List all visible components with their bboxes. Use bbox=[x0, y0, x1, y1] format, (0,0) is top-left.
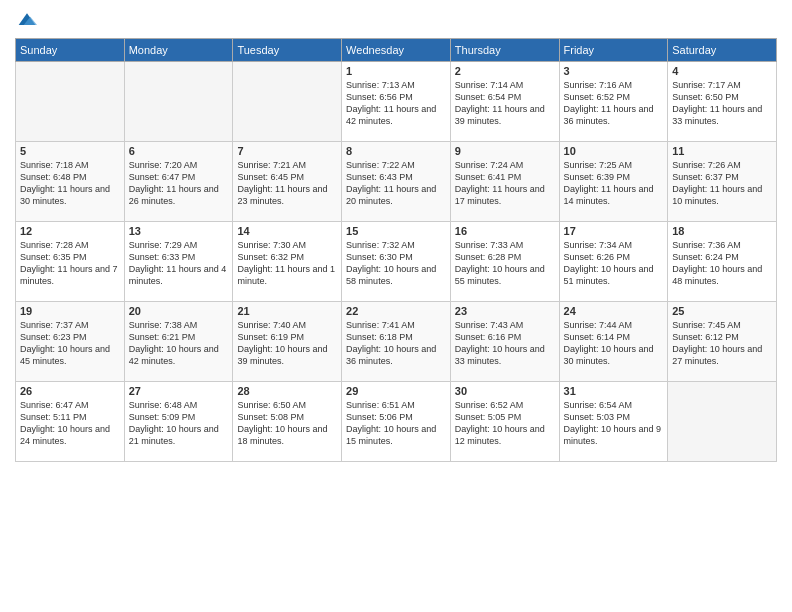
calendar-cell: 28Sunrise: 6:50 AMSunset: 5:08 PMDayligh… bbox=[233, 382, 342, 462]
day-info: Sunrise: 6:47 AMSunset: 5:11 PMDaylight:… bbox=[20, 399, 120, 448]
calendar-cell: 27Sunrise: 6:48 AMSunset: 5:09 PMDayligh… bbox=[124, 382, 233, 462]
day-number: 16 bbox=[455, 225, 555, 237]
day-info: Sunrise: 6:52 AMSunset: 5:05 PMDaylight:… bbox=[455, 399, 555, 448]
day-info: Sunrise: 7:33 AMSunset: 6:28 PMDaylight:… bbox=[455, 239, 555, 288]
calendar-cell: 22Sunrise: 7:41 AMSunset: 6:18 PMDayligh… bbox=[342, 302, 451, 382]
calendar-cell: 31Sunrise: 6:54 AMSunset: 5:03 PMDayligh… bbox=[559, 382, 668, 462]
day-number: 8 bbox=[346, 145, 446, 157]
day-number: 19 bbox=[20, 305, 120, 317]
calendar-cell: 1Sunrise: 7:13 AMSunset: 6:56 PMDaylight… bbox=[342, 62, 451, 142]
calendar-cell: 17Sunrise: 7:34 AMSunset: 6:26 PMDayligh… bbox=[559, 222, 668, 302]
day-info: Sunrise: 6:54 AMSunset: 5:03 PMDaylight:… bbox=[564, 399, 664, 448]
day-info: Sunrise: 7:16 AMSunset: 6:52 PMDaylight:… bbox=[564, 79, 664, 128]
day-number: 26 bbox=[20, 385, 120, 397]
day-number: 11 bbox=[672, 145, 772, 157]
day-info: Sunrise: 7:29 AMSunset: 6:33 PMDaylight:… bbox=[129, 239, 229, 288]
week-row-2: 5Sunrise: 7:18 AMSunset: 6:48 PMDaylight… bbox=[16, 142, 777, 222]
weekday-header-row: SundayMondayTuesdayWednesdayThursdayFrid… bbox=[16, 39, 777, 62]
day-info: Sunrise: 7:26 AMSunset: 6:37 PMDaylight:… bbox=[672, 159, 772, 208]
day-info: Sunrise: 7:37 AMSunset: 6:23 PMDaylight:… bbox=[20, 319, 120, 368]
day-number: 17 bbox=[564, 225, 664, 237]
calendar-cell: 6Sunrise: 7:20 AMSunset: 6:47 PMDaylight… bbox=[124, 142, 233, 222]
calendar-cell: 24Sunrise: 7:44 AMSunset: 6:14 PMDayligh… bbox=[559, 302, 668, 382]
day-info: Sunrise: 7:22 AMSunset: 6:43 PMDaylight:… bbox=[346, 159, 446, 208]
calendar-cell: 4Sunrise: 7:17 AMSunset: 6:50 PMDaylight… bbox=[668, 62, 777, 142]
day-number: 1 bbox=[346, 65, 446, 77]
day-number: 22 bbox=[346, 305, 446, 317]
weekday-header-saturday: Saturday bbox=[668, 39, 777, 62]
day-info: Sunrise: 7:25 AMSunset: 6:39 PMDaylight:… bbox=[564, 159, 664, 208]
calendar-cell: 29Sunrise: 6:51 AMSunset: 5:06 PMDayligh… bbox=[342, 382, 451, 462]
day-number: 25 bbox=[672, 305, 772, 317]
day-info: Sunrise: 7:17 AMSunset: 6:50 PMDaylight:… bbox=[672, 79, 772, 128]
day-number: 15 bbox=[346, 225, 446, 237]
page: SundayMondayTuesdayWednesdayThursdayFrid… bbox=[0, 0, 792, 612]
logo bbox=[15, 10, 37, 30]
day-number: 18 bbox=[672, 225, 772, 237]
weekday-header-tuesday: Tuesday bbox=[233, 39, 342, 62]
day-info: Sunrise: 6:50 AMSunset: 5:08 PMDaylight:… bbox=[237, 399, 337, 448]
day-info: Sunrise: 7:21 AMSunset: 6:45 PMDaylight:… bbox=[237, 159, 337, 208]
day-number: 27 bbox=[129, 385, 229, 397]
day-number: 28 bbox=[237, 385, 337, 397]
weekday-header-sunday: Sunday bbox=[16, 39, 125, 62]
calendar: SundayMondayTuesdayWednesdayThursdayFrid… bbox=[15, 38, 777, 462]
day-info: Sunrise: 7:43 AMSunset: 6:16 PMDaylight:… bbox=[455, 319, 555, 368]
day-info: Sunrise: 7:41 AMSunset: 6:18 PMDaylight:… bbox=[346, 319, 446, 368]
day-info: Sunrise: 7:32 AMSunset: 6:30 PMDaylight:… bbox=[346, 239, 446, 288]
day-number: 31 bbox=[564, 385, 664, 397]
day-info: Sunrise: 7:18 AMSunset: 6:48 PMDaylight:… bbox=[20, 159, 120, 208]
calendar-cell: 14Sunrise: 7:30 AMSunset: 6:32 PMDayligh… bbox=[233, 222, 342, 302]
week-row-5: 26Sunrise: 6:47 AMSunset: 5:11 PMDayligh… bbox=[16, 382, 777, 462]
calendar-cell: 7Sunrise: 7:21 AMSunset: 6:45 PMDaylight… bbox=[233, 142, 342, 222]
day-info: Sunrise: 7:14 AMSunset: 6:54 PMDaylight:… bbox=[455, 79, 555, 128]
header bbox=[15, 10, 777, 30]
day-number: 14 bbox=[237, 225, 337, 237]
day-number: 5 bbox=[20, 145, 120, 157]
day-number: 13 bbox=[129, 225, 229, 237]
calendar-cell: 16Sunrise: 7:33 AMSunset: 6:28 PMDayligh… bbox=[450, 222, 559, 302]
day-info: Sunrise: 7:40 AMSunset: 6:19 PMDaylight:… bbox=[237, 319, 337, 368]
calendar-cell: 18Sunrise: 7:36 AMSunset: 6:24 PMDayligh… bbox=[668, 222, 777, 302]
calendar-cell: 30Sunrise: 6:52 AMSunset: 5:05 PMDayligh… bbox=[450, 382, 559, 462]
calendar-cell bbox=[233, 62, 342, 142]
calendar-cell: 12Sunrise: 7:28 AMSunset: 6:35 PMDayligh… bbox=[16, 222, 125, 302]
day-number: 10 bbox=[564, 145, 664, 157]
weekday-header-friday: Friday bbox=[559, 39, 668, 62]
calendar-cell: 20Sunrise: 7:38 AMSunset: 6:21 PMDayligh… bbox=[124, 302, 233, 382]
day-number: 20 bbox=[129, 305, 229, 317]
day-info: Sunrise: 7:45 AMSunset: 6:12 PMDaylight:… bbox=[672, 319, 772, 368]
calendar-cell: 21Sunrise: 7:40 AMSunset: 6:19 PMDayligh… bbox=[233, 302, 342, 382]
week-row-1: 1Sunrise: 7:13 AMSunset: 6:56 PMDaylight… bbox=[16, 62, 777, 142]
day-info: Sunrise: 6:48 AMSunset: 5:09 PMDaylight:… bbox=[129, 399, 229, 448]
day-info: Sunrise: 7:20 AMSunset: 6:47 PMDaylight:… bbox=[129, 159, 229, 208]
day-info: Sunrise: 7:36 AMSunset: 6:24 PMDaylight:… bbox=[672, 239, 772, 288]
logo-icon bbox=[17, 10, 37, 30]
calendar-cell: 2Sunrise: 7:14 AMSunset: 6:54 PMDaylight… bbox=[450, 62, 559, 142]
calendar-cell: 26Sunrise: 6:47 AMSunset: 5:11 PMDayligh… bbox=[16, 382, 125, 462]
calendar-cell: 10Sunrise: 7:25 AMSunset: 6:39 PMDayligh… bbox=[559, 142, 668, 222]
week-row-4: 19Sunrise: 7:37 AMSunset: 6:23 PMDayligh… bbox=[16, 302, 777, 382]
weekday-header-monday: Monday bbox=[124, 39, 233, 62]
calendar-cell: 9Sunrise: 7:24 AMSunset: 6:41 PMDaylight… bbox=[450, 142, 559, 222]
calendar-cell: 11Sunrise: 7:26 AMSunset: 6:37 PMDayligh… bbox=[668, 142, 777, 222]
day-number: 29 bbox=[346, 385, 446, 397]
weekday-header-wednesday: Wednesday bbox=[342, 39, 451, 62]
day-number: 12 bbox=[20, 225, 120, 237]
calendar-cell: 19Sunrise: 7:37 AMSunset: 6:23 PMDayligh… bbox=[16, 302, 125, 382]
calendar-cell bbox=[668, 382, 777, 462]
day-number: 2 bbox=[455, 65, 555, 77]
day-info: Sunrise: 7:38 AMSunset: 6:21 PMDaylight:… bbox=[129, 319, 229, 368]
calendar-cell: 5Sunrise: 7:18 AMSunset: 6:48 PMDaylight… bbox=[16, 142, 125, 222]
calendar-cell: 25Sunrise: 7:45 AMSunset: 6:12 PMDayligh… bbox=[668, 302, 777, 382]
day-info: Sunrise: 7:34 AMSunset: 6:26 PMDaylight:… bbox=[564, 239, 664, 288]
calendar-cell: 23Sunrise: 7:43 AMSunset: 6:16 PMDayligh… bbox=[450, 302, 559, 382]
day-info: Sunrise: 7:24 AMSunset: 6:41 PMDaylight:… bbox=[455, 159, 555, 208]
day-number: 6 bbox=[129, 145, 229, 157]
calendar-cell bbox=[124, 62, 233, 142]
day-number: 9 bbox=[455, 145, 555, 157]
day-info: Sunrise: 6:51 AMSunset: 5:06 PMDaylight:… bbox=[346, 399, 446, 448]
calendar-cell: 13Sunrise: 7:29 AMSunset: 6:33 PMDayligh… bbox=[124, 222, 233, 302]
day-number: 24 bbox=[564, 305, 664, 317]
day-number: 21 bbox=[237, 305, 337, 317]
